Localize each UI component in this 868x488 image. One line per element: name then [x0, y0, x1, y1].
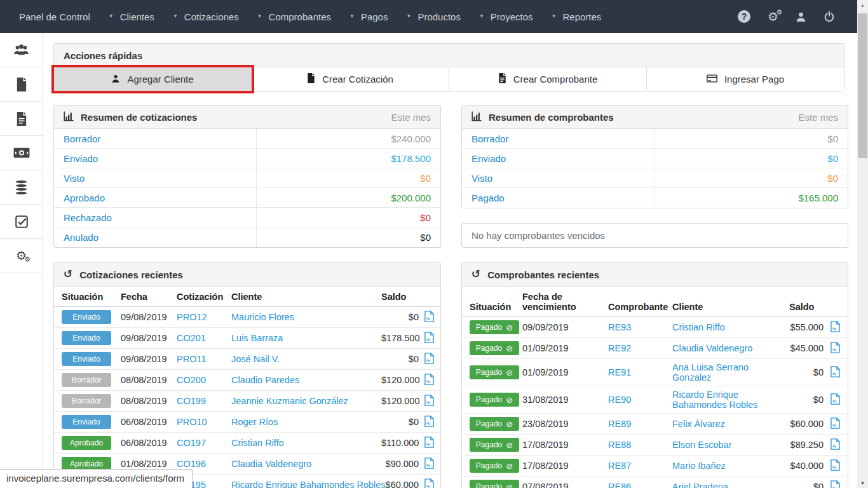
summary-row: Anulado $0: [54, 227, 440, 247]
create-quote-button[interactable]: Crear Cotización: [252, 67, 449, 91]
settings-gears-icon[interactable]: ⚙⚙: [768, 11, 778, 23]
quote-link[interactable]: PRO12: [177, 312, 207, 322]
quote-balance: $178.500: [376, 328, 424, 349]
sidebar-item-products[interactable]: [0, 170, 43, 205]
quote-link[interactable]: PRO10: [177, 417, 207, 427]
invoice-link[interactable]: RE90: [608, 395, 631, 405]
invoice-link[interactable]: RE91: [608, 367, 631, 377]
sidebar-item-quotes[interactable]: [0, 67, 43, 102]
sidebar-item-payments[interactable]: [0, 136, 43, 170]
add-client-button[interactable]: Agregar Cliente: [54, 67, 252, 91]
pdf-icon[interactable]: [831, 342, 840, 355]
invoice-link[interactable]: RE86: [608, 482, 631, 488]
summary-status-link[interactable]: Anulado: [64, 232, 98, 243]
sidebar-item-clients[interactable]: [0, 33, 43, 67]
invoice-link[interactable]: RE92: [608, 343, 631, 353]
pdf-icon[interactable]: [831, 459, 840, 473]
client-link[interactable]: Mario Ibañez: [672, 461, 726, 471]
client-link[interactable]: Mauricio Flores: [231, 312, 294, 322]
paid-icon: ⊘: [506, 323, 513, 332]
client-link[interactable]: Ricardo Enrique Bahamondes Robles: [672, 390, 758, 410]
summary-status-link[interactable]: Enviado: [471, 153, 506, 164]
pdf-icon[interactable]: [424, 437, 434, 450]
client-link[interactable]: Ariel Pradena: [672, 482, 728, 488]
client-link[interactable]: Cristian Riffo: [231, 438, 284, 448]
invoice-balance: $45.000: [784, 338, 829, 359]
quote-link[interactable]: CO201: [177, 333, 206, 343]
quote-link[interactable]: CO197: [177, 438, 206, 448]
summary-status-link[interactable]: Pagado: [471, 193, 505, 203]
quote-link[interactable]: PRO11: [177, 354, 206, 364]
quote-date: 09/08/2019: [116, 307, 172, 328]
create-invoice-button[interactable]: Crear Comprobante: [449, 67, 647, 91]
sidebar-item-invoices[interactable]: [0, 102, 43, 136]
power-icon[interactable]: [824, 11, 835, 22]
quote-link[interactable]: CO199: [177, 396, 206, 406]
scrollbar-up-arrow[interactable]: ▲: [857, 0, 868, 10]
summary-row: Aprobado $200.000: [54, 188, 440, 208]
summary-status-link[interactable]: Aprobado: [64, 193, 105, 203]
invoice-link[interactable]: RE87: [608, 461, 631, 471]
client-link[interactable]: Claudia Valdenegro: [672, 343, 752, 353]
enter-payment-button[interactable]: Ingresar Pago: [647, 67, 844, 91]
summary-status-link[interactable]: Visto: [64, 173, 85, 184]
nav-item[interactable]: ▼ Pagos: [349, 11, 388, 22]
client-link[interactable]: Claudio Paredes: [231, 375, 299, 385]
pdf-icon[interactable]: [831, 366, 840, 379]
summary-status-link[interactable]: Rechazado: [64, 212, 112, 223]
pdf-icon[interactable]: [831, 438, 840, 452]
pdf-icon[interactable]: [424, 395, 434, 408]
client-link[interactable]: Roger Ríos: [231, 417, 278, 427]
scrollbar[interactable]: ▲ ▼: [857, 0, 868, 488]
nav-item[interactable]: ▼ Comprobantes: [257, 11, 331, 22]
scrollbar-thumb[interactable]: [858, 13, 867, 158]
scrollbar-down-arrow[interactable]: ▼: [857, 478, 868, 488]
pdf-icon[interactable]: [424, 374, 434, 387]
invoice-row: Pagado⊘ 01/09/2019 RE91 Ana Luisa Serran…: [462, 359, 848, 386]
invoice-link[interactable]: RE89: [608, 419, 631, 429]
client-link[interactable]: Luis Barraza: [231, 333, 283, 343]
nav-item[interactable]: ▼ Clientes: [109, 11, 154, 22]
client-link[interactable]: José Nail V.: [231, 354, 280, 364]
client-link[interactable]: Jeannie Kuzmanic González: [231, 396, 348, 406]
invoice-balance: $0: [784, 386, 829, 414]
client-link[interactable]: Ricardo Enrique Bahamondes Robles: [231, 480, 386, 488]
invoice-link[interactable]: RE93: [608, 322, 631, 332]
quote-row: Enviado 09/08/2019 PRO11 José Nail V. $0: [54, 349, 440, 370]
pdf-icon[interactable]: [424, 478, 434, 488]
pdf-icon[interactable]: [831, 393, 840, 407]
summary-status-link[interactable]: Borrador: [64, 133, 100, 144]
pdf-icon[interactable]: [424, 416, 434, 429]
nav-item[interactable]: ▼ Proyectos: [479, 11, 533, 22]
client-link[interactable]: Elson Escobar: [672, 440, 732, 450]
nav-item[interactable]: Panel de Control: [19, 11, 90, 22]
quote-row: Enviado 09/08/2019 CO201 Luis Barraza $1…: [54, 328, 440, 349]
pdf-icon[interactable]: [424, 311, 434, 324]
user-icon[interactable]: [796, 11, 806, 22]
pdf-icon[interactable]: [831, 417, 840, 431]
pdf-icon[interactable]: [424, 332, 434, 345]
summary-status-link[interactable]: Enviado: [64, 153, 98, 164]
pdf-icon[interactable]: [424, 353, 434, 366]
nav-item[interactable]: ▼ Reportes: [552, 11, 602, 22]
client-link[interactable]: Cristian Riffo: [672, 322, 725, 332]
quote-balance: $120.000: [376, 370, 424, 391]
sidebar-item-tasks[interactable]: [0, 205, 43, 239]
nav-item[interactable]: ▼ Cotizaciones: [173, 11, 239, 22]
period-label: Este mes: [798, 112, 838, 123]
pdf-icon[interactable]: [424, 458, 434, 471]
invoice-link[interactable]: RE88: [608, 440, 631, 450]
sidebar-item-settings[interactable]: ⚙⚙: [0, 239, 43, 273]
pdf-icon[interactable]: [831, 480, 840, 488]
summary-status-link[interactable]: Borrador: [471, 133, 508, 144]
client-link[interactable]: Claudia Valdenegro: [231, 459, 311, 469]
quote-link[interactable]: CO196: [177, 459, 206, 469]
client-link[interactable]: Felix Álvarez: [672, 419, 725, 429]
summary-status-link[interactable]: Visto: [471, 173, 492, 184]
nav-item-label: Panel de Control: [19, 11, 90, 22]
client-link[interactable]: Ana Luisa Serrano Gonzalez: [672, 362, 749, 383]
nav-item[interactable]: ▼ Productos: [406, 11, 460, 22]
help-icon[interactable]: ?: [738, 10, 750, 23]
quote-link[interactable]: CO200: [177, 375, 206, 385]
pdf-icon[interactable]: [831, 321, 840, 334]
